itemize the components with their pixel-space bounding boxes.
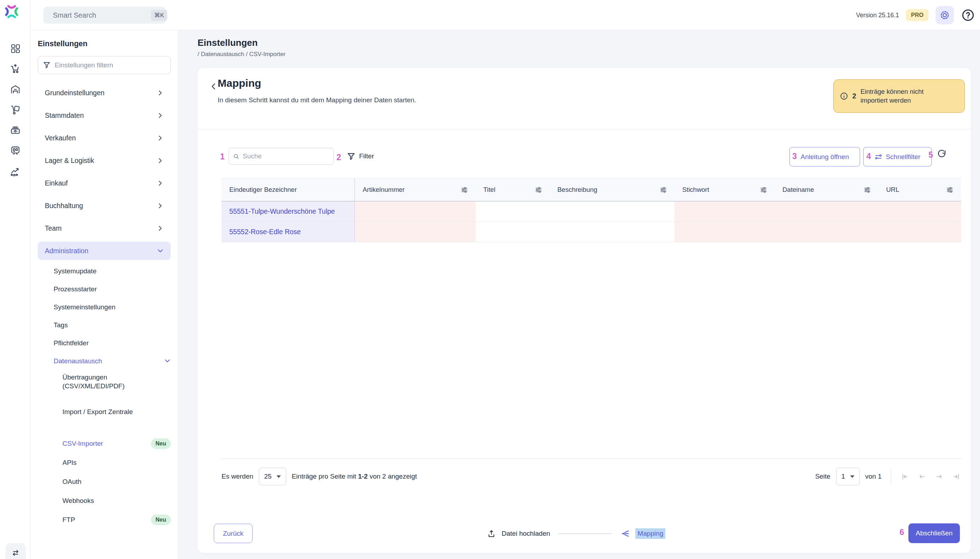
wizard-step-title: Mapping — [218, 77, 261, 89]
column-settings-icon[interactable] — [864, 187, 871, 193]
smart-search[interactable]: ⌘K — [43, 7, 166, 24]
back-step-button[interactable]: Zurück — [214, 524, 253, 543]
cell-stichwort[interactable] — [674, 222, 775, 242]
step-upload-label[interactable]: Datei hochladen — [502, 530, 550, 538]
dashboard-icon[interactable] — [10, 43, 21, 54]
quickfilter-button[interactable]: Schnellfilter — [863, 147, 932, 167]
sidebar-item-datenaustausch[interactable]: Datenaustausch — [54, 352, 171, 370]
cell-url[interactable] — [878, 222, 961, 242]
sidebar-item-stammdaten[interactable]: Stammdaten — [38, 104, 171, 127]
filter-label: Filter — [359, 152, 374, 160]
sidebar-item-pflichtfelder[interactable]: Pflichtfelder — [54, 334, 171, 352]
sidebar-item-tags[interactable]: Tags — [54, 316, 171, 334]
row-identifier-link[interactable]: 55552-Rose-Edle Rose — [222, 222, 355, 242]
step-mapping-label[interactable]: Mapping — [635, 528, 665, 539]
cart-up-icon[interactable] — [10, 63, 21, 74]
sidebar-filter-input[interactable] — [55, 61, 166, 69]
sidebar-item-administration[interactable]: Administration — [38, 241, 171, 260]
xentral-logo-icon[interactable] — [3, 3, 20, 20]
sidebar-filter[interactable] — [38, 56, 171, 74]
mapping-table: Eindeutiger Bezeichner Artikelnummer Tit… — [222, 178, 961, 242]
finish-button[interactable]: Abschließen — [909, 523, 960, 543]
column-header-stichwort[interactable]: Stichwort — [674, 179, 775, 201]
chevron-left-icon — [210, 82, 217, 91]
warehouse-icon[interactable] — [10, 84, 21, 95]
collapse-switch-button[interactable] — [5, 543, 26, 559]
cell-titel[interactable] — [475, 202, 550, 222]
table-row[interactable]: 55551-Tulpe-Wunderschöne Tulpe — [222, 202, 961, 222]
datenaustausch-subnav: Übertragungen (CSV/XML/EDI/PDF) Import /… — [63, 370, 171, 529]
import-warning-banner: 2 Einträge können nicht importiert werde… — [833, 79, 965, 113]
cell-artikelnummer[interactable] — [355, 222, 475, 242]
column-header-url[interactable]: URL — [878, 179, 961, 201]
annotation-2: 2 — [336, 153, 341, 162]
kanban-board-icon[interactable] — [10, 145, 21, 156]
column-settings-icon[interactable] — [461, 187, 468, 193]
column-settings-icon[interactable] — [947, 187, 953, 193]
hand-truck-icon[interactable] — [10, 104, 21, 115]
next-page-button[interactable] — [935, 472, 944, 481]
sidebar-item-webhooks[interactable]: Webhooks — [63, 491, 171, 510]
cell-dateiname[interactable] — [775, 202, 878, 222]
administration-subnav: Systemupdate Prozessstarter Systemeinste… — [54, 262, 171, 529]
sidebar-item-oauth[interactable]: OAuth — [63, 472, 171, 491]
table-row[interactable]: 55552-Rose-Edle Rose — [222, 222, 961, 242]
chevron-right-icon — [157, 89, 164, 96]
help-button[interactable] — [961, 8, 975, 22]
sidebar-item-ftp[interactable]: FTP Neu — [63, 510, 171, 529]
column-settings-icon[interactable] — [760, 187, 767, 193]
analytics-icon[interactable] — [10, 166, 21, 177]
cash-icon[interactable] — [10, 125, 21, 136]
sidebar-item-systemupdate[interactable]: Systemupdate — [54, 262, 171, 280]
pagination-divider — [222, 458, 961, 459]
previous-page-button[interactable] — [917, 472, 926, 481]
sidebar-item-buchhaltung[interactable]: Buchhaltung — [38, 194, 171, 217]
cell-stichwort[interactable] — [674, 202, 775, 222]
sidebar-item-csv-importer[interactable]: CSV-Importer Neu — [63, 434, 171, 453]
sidebar-item-import-export-zentrale[interactable]: Import / Export Zentrale — [63, 402, 171, 422]
sidebar-item-prozessstarter[interactable]: Prozessstarter — [54, 280, 171, 298]
chevron-right-icon — [157, 202, 164, 209]
column-header-dateiname[interactable]: Dateiname — [775, 179, 878, 201]
smart-search-input[interactable] — [53, 11, 146, 20]
step-connector — [558, 533, 612, 534]
page-select[interactable]: 1 — [836, 468, 860, 485]
sidebar-item-uebertragungen[interactable]: Übertragungen (CSV/XML/EDI/PDF) — [63, 370, 151, 397]
sidebar-item-lager-logistik[interactable]: Lager & Logistik — [38, 149, 171, 172]
sidebar-item-grundeinstellungen[interactable]: Grundeinstellungen — [38, 81, 171, 104]
page-size-select[interactable]: 25 — [259, 468, 286, 485]
breadcrumb[interactable]: / Datenaustausch / CSV-Importer — [197, 51, 285, 58]
sidebar-item-verkaufen[interactable]: Verkaufen — [38, 127, 171, 149]
cell-dateiname[interactable] — [775, 222, 878, 242]
cell-beschreibung[interactable] — [550, 202, 674, 222]
sidebar-item-systemeinstellungen[interactable]: Systemeinstellungen — [54, 298, 171, 316]
settings-button[interactable] — [935, 6, 954, 24]
cell-beschreibung[interactable] — [550, 222, 674, 242]
open-guide-button[interactable]: Anleitung öffnen — [790, 147, 860, 167]
sidebar-item-apis[interactable]: APIs — [63, 453, 171, 472]
sidebar-item-team[interactable]: Team — [38, 217, 171, 240]
column-header-beschreibung[interactable]: Beschreibung — [550, 179, 674, 201]
back-button[interactable] — [208, 81, 219, 92]
filter-button[interactable]: Filter — [347, 148, 374, 165]
table-search-input[interactable] — [243, 152, 329, 160]
column-header-bezeichner[interactable]: Eindeutiger Bezeichner — [222, 179, 355, 201]
sidebar-title: Einstellungen — [38, 40, 171, 48]
cell-url[interactable] — [878, 202, 961, 222]
table-search[interactable] — [228, 148, 334, 165]
column-header-artikelnummer[interactable]: Artikelnummer — [355, 179, 475, 201]
row-identifier-link[interactable]: 55551-Tulpe-Wunderschöne Tulpe — [222, 202, 355, 222]
neu-badge: Neu — [151, 438, 171, 449]
column-settings-icon[interactable] — [535, 187, 542, 193]
cell-titel[interactable] — [475, 222, 550, 242]
sidebar-item-einkauf[interactable]: Einkauf — [38, 172, 171, 194]
cell-artikelnummer[interactable] — [355, 202, 475, 222]
column-header-titel[interactable]: Titel — [475, 179, 550, 201]
first-page-button[interactable] — [900, 472, 909, 481]
last-page-button[interactable] — [952, 472, 961, 481]
annotation-5: 5 — [929, 150, 933, 160]
funnel-icon — [43, 61, 50, 69]
column-settings-icon[interactable] — [660, 187, 667, 193]
app-root: ⌘K Version 25.16.1 PRO Einstellungen — [0, 0, 980, 559]
refresh-icon[interactable] — [937, 149, 947, 159]
